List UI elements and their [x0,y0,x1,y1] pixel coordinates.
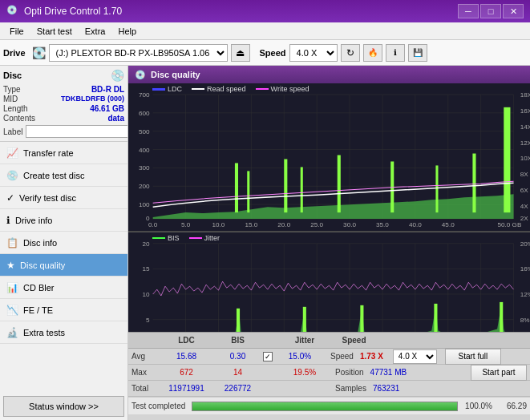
progress-right: 66.29 [499,402,527,410]
menu-extra[interactable]: Extra [79,25,112,38]
sidebar-item-label: Create test disc [23,171,84,180]
refresh-button[interactable]: ↻ [341,44,360,62]
info-button[interactable]: ℹ [386,44,405,62]
svg-text:5: 5 [146,317,150,324]
svg-text:200: 200 [139,183,150,190]
avg-label: Avg [131,352,157,361]
sidebar-item-label: FE / TE [23,305,53,315]
toolbar: Drive 💽 (J:) PLEXTOR BD-R PX-LB950SA 1.0… [0,40,530,66]
sidebar-item-label: Disc quality [20,260,65,270]
close-button[interactable]: ✕ [503,4,524,18]
ldc-chart-svg: 0.0 5.0 10.0 15.0 20.0 25.0 30.0 35.0 40… [128,83,530,231]
sidebar-item-create-test-disc[interactable]: 💿 Create test disc [0,164,127,187]
svg-rect-28 [504,107,510,212]
svg-text:12X: 12X [520,139,530,147]
legend-bis: BIS [152,234,180,242]
cd-bler-icon: 📊 [6,282,18,293]
menu-start-test[interactable]: Start test [30,25,79,38]
contents-label: Contents [3,114,35,123]
disc-quality-title: Disc quality [151,70,200,79]
label-input[interactable] [26,125,128,138]
nav-items: 📈 Transfer rate 💿 Create test disc ✓ Ver… [0,142,127,393]
drive-info-icon: ℹ [6,215,10,226]
save-button[interactable]: 💾 [408,44,427,62]
sidebar-item-fe-te[interactable]: 📉 FE / TE [0,299,127,321]
svg-text:16X: 16X [520,107,530,115]
svg-text:45.0: 45.0 [442,221,455,228]
minimize-button[interactable]: ─ [458,4,479,18]
samples-value: 763231 [373,384,399,393]
start-full-button[interactable]: Start full [445,349,501,365]
speed-select-stats[interactable]: 4.0 X [393,349,437,364]
jitter-max: 19.5% [281,368,329,377]
mid-value: TDKBLDRFB (000) [61,95,124,103]
svg-rect-27 [472,154,475,213]
total-label: Total [131,384,157,393]
svg-text:15.0: 15.0 [245,221,257,228]
svg-text:600: 600 [139,110,150,117]
svg-text:700: 700 [139,91,150,99]
drive-select[interactable]: (J:) PLEXTOR BD-R PX-LB950SA 1.06 [49,44,228,62]
svg-text:20: 20 [142,240,150,248]
sidebar-item-drive-info[interactable]: ℹ Drive info [0,209,127,232]
legend-ldc: LDC [152,85,182,93]
jitter-checkbox[interactable]: ✓ [263,352,273,361]
svg-rect-76 [360,305,363,332]
sidebar-item-verify-test-disc[interactable]: ✓ Verify test disc [0,187,127,209]
eject-button[interactable]: ⏏ [231,44,250,62]
stats-panel: LDC BIS Jitter Speed Avg 15.68 0.30 ✓ 15… [128,332,530,420]
app-title: Opti Drive Control 1.70 [24,6,458,17]
menu-file[interactable]: File [3,25,30,38]
contents-value: data [107,114,124,123]
bis-chart-svg: 0.0 5.0 10.0 15.0 20.0 25.0 30.0 35.0 40… [128,232,530,332]
speed-value: 1.73 X [360,352,383,361]
sidebar-item-label: Transfer rate [23,148,74,158]
legend-read-speed: Read speed [192,85,246,93]
svg-rect-57 [128,232,530,332]
disc-panel: Disc 💿 Type BD-R DL MID TDKBLDRFB (000) … [0,66,127,142]
sidebar-item-extra-tests[interactable]: 🔬 Extra tests [0,321,127,344]
svg-text:8X: 8X [520,171,529,178]
svg-rect-26 [435,165,438,212]
svg-text:100: 100 [139,201,150,208]
svg-text:50.0 GB: 50.0 GB [497,221,521,228]
svg-text:25.0: 25.0 [310,221,323,228]
speed-select[interactable]: 4.0 X 1.0 X 2.0 X 6.0 X 8.0 X [289,44,338,62]
svg-text:400: 400 [139,147,150,154]
verify-test-disc-icon: ✓ [6,192,14,204]
menu-help[interactable]: Help [111,25,143,38]
sidebar-item-transfer-rate[interactable]: 📈 Transfer rate [0,142,127,164]
start-part-button[interactable]: Start part [471,365,527,381]
samples-label: Samples [335,384,366,393]
progress-percent: 100.0% [464,402,492,410]
fe-te-icon: 📉 [6,305,18,316]
length-value: 46.61 GB [90,104,124,113]
svg-text:6X: 6X [520,187,529,194]
svg-text:2X: 2X [520,215,529,222]
ldc-chart: LDC Read speed Write speed [128,83,530,232]
ldc-max: 672 [160,368,212,377]
status-window-button[interactable]: Status window >> [3,396,124,417]
charts-area: LDC Read speed Write speed [128,83,530,332]
svg-text:500: 500 [139,128,150,135]
sidebar-item-cd-bler[interactable]: 📊 CD Bler [0,277,127,299]
sidebar-item-disc-info[interactable]: 📋 Disc info [0,232,127,254]
svg-text:0: 0 [146,215,150,222]
jitter-col-header: Jitter [281,336,329,345]
position-label: Position [335,368,364,377]
svg-text:12%: 12% [520,291,530,298]
disc-quality-header-icon: 💿 [135,70,146,80]
sidebar: Disc 💿 Type BD-R DL MID TDKBLDRFB (000) … [0,66,128,420]
sidebar-item-disc-quality[interactable]: ★ Disc quality [0,254,127,277]
legend-write-speed: Write speed [256,85,310,93]
maximize-button[interactable]: □ [480,4,501,18]
svg-text:30.0: 30.0 [343,221,356,228]
progress-bar [192,402,458,411]
svg-rect-75 [303,307,306,332]
svg-rect-74 [237,309,240,332]
main-content: Disc 💿 Type BD-R DL MID TDKBLDRFB (000) … [0,66,530,420]
svg-rect-21 [247,171,249,212]
right-panel: 💿 Disc quality LDC Read speed [128,66,530,420]
burn-button[interactable]: 🔥 [363,44,382,62]
chart1-legend: LDC Read speed Write speed [152,85,309,93]
